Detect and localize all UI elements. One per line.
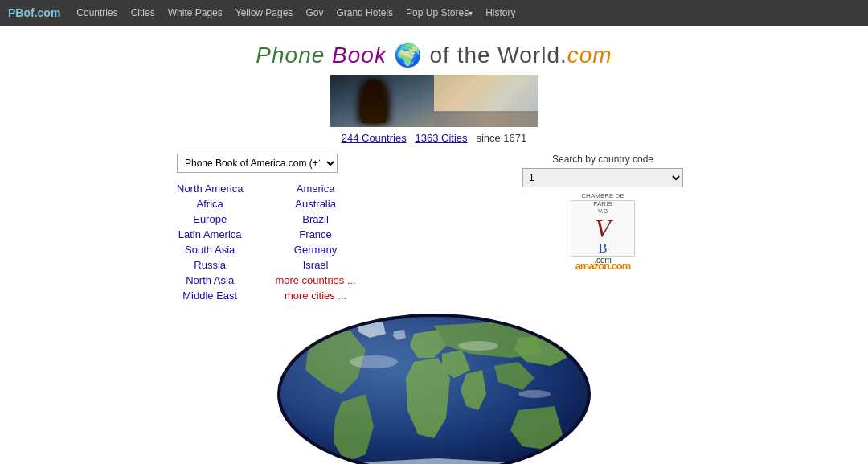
right-panel: Search by country code 1 CHAMBRE DE PARI… bbox=[514, 154, 691, 272]
region-america[interactable]: America bbox=[275, 183, 355, 195]
header-image bbox=[330, 75, 538, 127]
nav-link-cities[interactable]: Cities bbox=[126, 7, 160, 18]
map-section: Search by map. bbox=[129, 314, 739, 464]
world-map[interactable] bbox=[277, 314, 591, 464]
nav-link-whitepages[interactable]: White Pages bbox=[163, 7, 227, 18]
header-image-container bbox=[129, 75, 739, 127]
site-title: Phone Book 🌍 of the World.com bbox=[129, 42, 739, 68]
region-latin-america[interactable]: Latin America bbox=[177, 228, 243, 240]
vb-logo-top-text: CHAMBRE DE PARISV.B bbox=[571, 192, 634, 216]
nav-brand[interactable]: PBof.com bbox=[8, 6, 60, 19]
region-south-asia[interactable]: South Asia bbox=[177, 244, 243, 256]
content-area: Phone Book of America.com (+1) North Ame… bbox=[177, 154, 691, 302]
region-africa[interactable]: Africa bbox=[177, 198, 243, 210]
region-columns: North America Africa Europe Latin Americ… bbox=[177, 183, 356, 302]
nav-link-history[interactable]: History bbox=[481, 7, 520, 18]
region-north-america[interactable]: North America bbox=[177, 183, 243, 195]
region-france[interactable]: France bbox=[275, 228, 355, 240]
region-select[interactable]: Phone Book of America.com (+1) bbox=[177, 154, 338, 173]
region-russia[interactable]: Russia bbox=[177, 259, 243, 271]
region-north-asia[interactable]: North Asia bbox=[177, 274, 243, 286]
country-code-label: Search by country code bbox=[522, 154, 683, 165]
region-australia[interactable]: Australia bbox=[275, 198, 355, 210]
nav-link-yellowpages[interactable]: Yellow Pages bbox=[231, 7, 298, 18]
country-code-box: Search by country code 1 bbox=[522, 154, 683, 187]
svg-point-5 bbox=[458, 341, 498, 351]
nav-link-countries[interactable]: Countries bbox=[72, 7, 122, 18]
country-code-select[interactable]: 1 bbox=[522, 168, 683, 187]
since-label: since 1671 bbox=[476, 132, 526, 144]
region-germany[interactable]: Germany bbox=[275, 244, 355, 256]
cities-link[interactable]: 1363 Cities bbox=[416, 132, 468, 144]
svg-point-4 bbox=[350, 355, 398, 368]
ad-box: CHAMBRE DE PARISV.B V B .com amazon.com bbox=[571, 200, 635, 272]
main-content: Phone Book 🌍 of the World.com 244 Countr… bbox=[113, 26, 755, 464]
more-cities-link[interactable]: more cities ... bbox=[275, 289, 355, 302]
vb-logo[interactable]: CHAMBRE DE PARISV.B V B .com bbox=[571, 200, 635, 257]
stats-bar: 244 Countries 1363 Cities since 1671 bbox=[129, 132, 739, 144]
amazon-logo[interactable]: amazon.com bbox=[575, 260, 631, 272]
nav-dropdown-popupstores[interactable]: Pop Up Stores bbox=[401, 7, 477, 18]
regions-left-col: North America Africa Europe Latin Americ… bbox=[177, 183, 243, 302]
nav-link-gov[interactable]: Gov bbox=[301, 7, 328, 18]
region-middle-east[interactable]: Middle East bbox=[177, 289, 243, 302]
region-dropdown-wrap: Phone Book of America.com (+1) bbox=[177, 154, 338, 173]
navbar: PBof.com Countries Cities White Pages Ye… bbox=[0, 0, 868, 26]
region-europe[interactable]: Europe bbox=[177, 213, 243, 225]
left-panel: Phone Book of America.com (+1) North Ame… bbox=[177, 154, 356, 302]
vb-logo-letter: V bbox=[595, 216, 611, 241]
vb-logo-b: B bbox=[599, 241, 608, 256]
region-brazil[interactable]: Brazil bbox=[275, 213, 355, 225]
svg-point-6 bbox=[518, 390, 551, 398]
more-countries-link[interactable]: more countries ... bbox=[275, 274, 355, 286]
nav-link-grandhotels[interactable]: Grand Hotels bbox=[331, 7, 398, 18]
countries-link[interactable]: 244 Countries bbox=[342, 132, 407, 144]
region-israel[interactable]: Israel bbox=[275, 259, 355, 271]
regions-right-col: America Australia Brazil France Germany … bbox=[275, 183, 355, 302]
